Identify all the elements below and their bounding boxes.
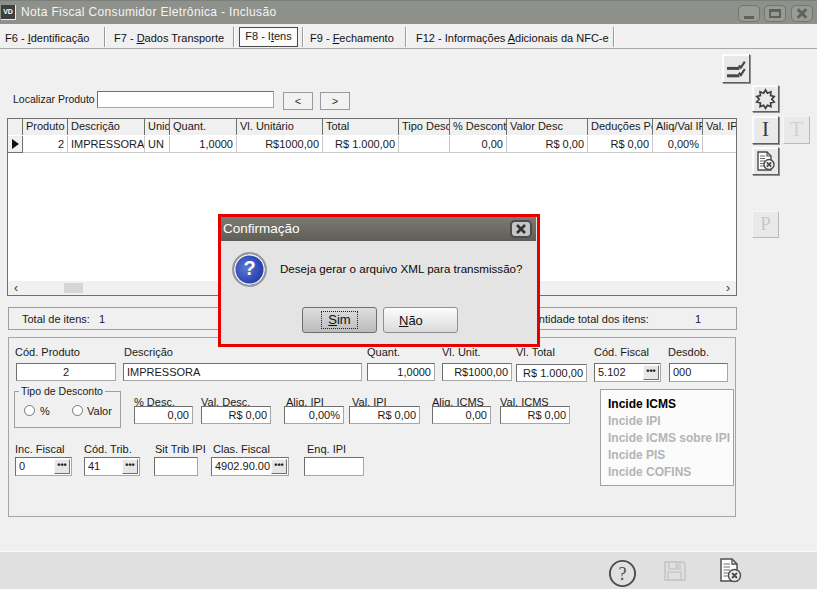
- svg-text:?: ?: [619, 564, 627, 584]
